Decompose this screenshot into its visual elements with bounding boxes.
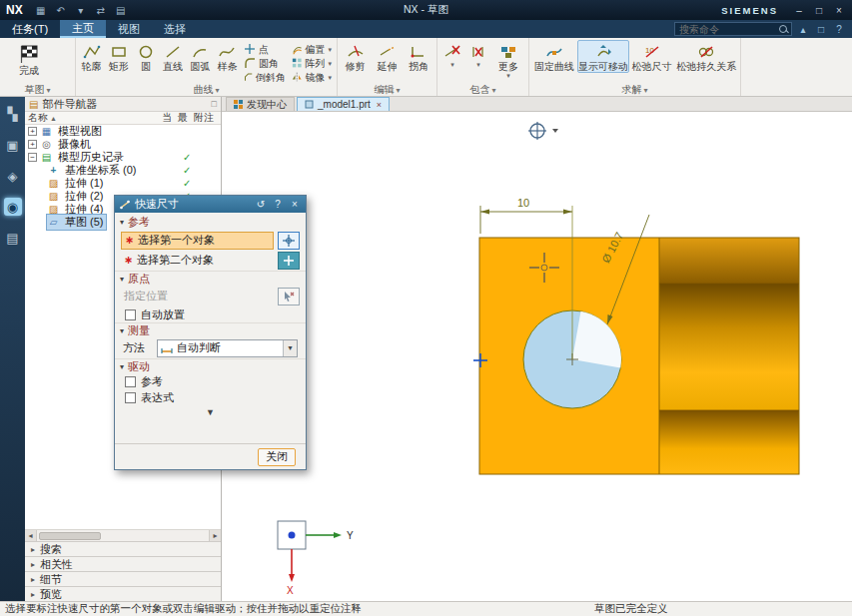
select-first-object-row[interactable]: ∗ 选择第一个对象	[121, 232, 274, 250]
dialog-close-button[interactable]: 关闭	[258, 448, 296, 466]
expand-toggle[interactable]: +	[28, 127, 37, 136]
corner-button[interactable]: 拐角	[403, 40, 434, 73]
width-dimension[interactable]: 10	[480, 197, 572, 234]
expand-ribbon-icon[interactable]: ▴	[796, 24, 810, 35]
column-name[interactable]: 名称▲	[28, 111, 160, 125]
reset-icon[interactable]: ↺	[255, 199, 267, 210]
expression-checkbox[interactable]	[125, 392, 136, 403]
expand-toggle[interactable]: −	[28, 153, 37, 162]
geometric-constraints-button[interactable]: ▾	[439, 40, 465, 69]
dialog-close-icon[interactable]: ×	[289, 199, 301, 210]
reuse-library-icon[interactable]: ▤	[4, 229, 22, 247]
group-label-curve[interactable]: 曲线▾	[76, 83, 337, 96]
tab-discovery-center[interactable]: 发现中心	[226, 97, 295, 111]
dialog-help-icon[interactable]: ?	[272, 199, 284, 210]
command-search-input[interactable]	[675, 24, 777, 35]
caret-icon[interactable]: ▾	[73, 3, 89, 17]
select-second-object-button[interactable]	[278, 252, 300, 270]
extend-button[interactable]: 延伸	[372, 40, 404, 73]
tab-home[interactable]: 主页	[60, 20, 106, 38]
close-button[interactable]: ×	[830, 3, 848, 17]
column-current[interactable]: 当	[160, 111, 175, 125]
part-top-band-face[interactable]	[659, 238, 799, 284]
offset-button[interactable]: 偏置 ▾	[289, 42, 335, 56]
section-driver[interactable]: ▾驱动	[115, 358, 306, 373]
expand-dialog-icon[interactable]: ▼	[115, 405, 306, 419]
tab-file[interactable]: 任务(T)	[0, 20, 60, 38]
part-middle-band-face[interactable]	[659, 284, 799, 410]
auto-place-checkbox-row[interactable]: 自动放置	[125, 307, 296, 322]
navigator-hscrollbar[interactable]: ◂ ▸	[25, 529, 221, 541]
panel-details[interactable]: ▸细节	[25, 571, 221, 586]
chamfer-button[interactable]: 倒斜角	[241, 70, 289, 84]
scroll-right-icon[interactable]: ▸	[209, 530, 221, 541]
close-tab-icon[interactable]: ×	[377, 100, 382, 110]
specify-location-button[interactable]	[278, 288, 300, 306]
orient-view-widget[interactable]	[528, 122, 558, 140]
arc-button[interactable]: 圆弧	[187, 40, 214, 73]
more-button[interactable]: 更多 ▾	[491, 40, 525, 80]
auto-place-checkbox[interactable]	[125, 309, 136, 320]
method-dropdown[interactable]: 自动判断 ▾	[157, 339, 298, 357]
reference-checkbox[interactable]	[125, 376, 136, 387]
help-icon[interactable]: ?	[832, 24, 846, 35]
select-second-object-row[interactable]: ∗ 选择第二个对象	[121, 252, 274, 270]
panel-search[interactable]: ▸搜索	[25, 541, 221, 556]
section-origin[interactable]: ▾原点	[115, 271, 306, 286]
fillet-button[interactable]: 圆角	[241, 56, 289, 70]
window-icon[interactable]: ▦	[33, 3, 49, 17]
column-comment[interactable]: 附注	[190, 111, 218, 125]
tab-model1-prt[interactable]: _model1.prt ×	[297, 97, 390, 111]
csys-triad[interactable]: Y X	[278, 521, 354, 596]
select-first-object-button[interactable]	[278, 232, 300, 250]
show-movable-button[interactable]: 显示可移动	[577, 40, 629, 73]
panel-dependencies[interactable]: ▸相关性	[25, 556, 221, 571]
undo-icon[interactable]: ↶	[53, 3, 69, 17]
expression-checkbox-row[interactable]: 表达式	[125, 389, 296, 405]
finish-sketch-button[interactable]: 完成	[2, 40, 56, 77]
switch-window-icon[interactable]: ⇄	[93, 3, 109, 17]
minimize-button[interactable]: –	[790, 3, 808, 17]
panel-preview[interactable]: ▸预览	[25, 586, 221, 601]
expand-toggle[interactable]: +	[28, 140, 37, 149]
set-symmetric-button[interactable]: ▾	[465, 40, 491, 69]
rectangle-button[interactable]: 矩形	[105, 40, 132, 73]
dropdown-caret-icon[interactable]: ▾	[283, 340, 297, 356]
part-bottom-band-face[interactable]	[659, 410, 799, 474]
pattern-button[interactable]: 阵列 ▾	[289, 56, 335, 70]
graphics-viewport[interactable]: 10 Ø 10.7	[222, 112, 852, 601]
section-measure[interactable]: ▾测量	[115, 322, 306, 337]
assembly-navigator-icon[interactable]: ▣	[4, 136, 22, 154]
restore-layout-icon[interactable]: □	[814, 24, 828, 35]
scroll-left-icon[interactable]: ◂	[25, 530, 37, 541]
group-label-include[interactable]: 包含▾	[437, 83, 528, 96]
profile-button[interactable]: 轮廓	[78, 40, 105, 73]
spline-button[interactable]: 样条	[214, 40, 241, 73]
scrollbar-thumb[interactable]	[39, 532, 101, 540]
dialog-title-bar[interactable]: 快速尺寸 ↺ ? ×	[115, 196, 306, 213]
task-flag-icon[interactable]: ▚	[4, 105, 22, 123]
undock-icon[interactable]: □	[212, 99, 217, 109]
orient-caret-icon[interactable]	[552, 129, 558, 133]
mirror-button[interactable]: 镜像 ▾	[289, 70, 335, 84]
group-label-edit[interactable]: 编辑▾	[338, 83, 436, 96]
tab-view[interactable]: 视图	[106, 20, 152, 38]
trim-button[interactable]: 修剪	[340, 40, 372, 73]
point-button[interactable]: 点	[241, 42, 289, 56]
search-icon[interactable]	[777, 23, 789, 35]
maximize-button[interactable]: □	[810, 3, 828, 17]
group-label-sketch[interactable]: 草图▾	[0, 83, 75, 96]
reference-checkbox-row[interactable]: 参考	[125, 373, 296, 389]
relax-dimension-button[interactable]: 10 松弛尺寸	[629, 40, 675, 73]
section-reference[interactable]: ▾参考	[115, 215, 306, 230]
fix-curve-button[interactable]: 固定曲线	[531, 40, 577, 73]
relax-relations-button[interactable]: 松弛持久关系	[674, 40, 738, 73]
constraint-navigator-icon[interactable]: ◈	[4, 167, 22, 185]
tab-selection[interactable]: 选择	[152, 20, 198, 38]
menu-icon[interactable]: ▤	[113, 3, 129, 17]
group-label-solve[interactable]: 求解▾	[529, 83, 740, 96]
circle-button[interactable]: 圆	[132, 40, 159, 73]
part-navigator-icon[interactable]: ◉	[4, 198, 22, 216]
width-dimension-text[interactable]: 10	[517, 197, 529, 209]
column-latest[interactable]: 最	[175, 111, 190, 125]
